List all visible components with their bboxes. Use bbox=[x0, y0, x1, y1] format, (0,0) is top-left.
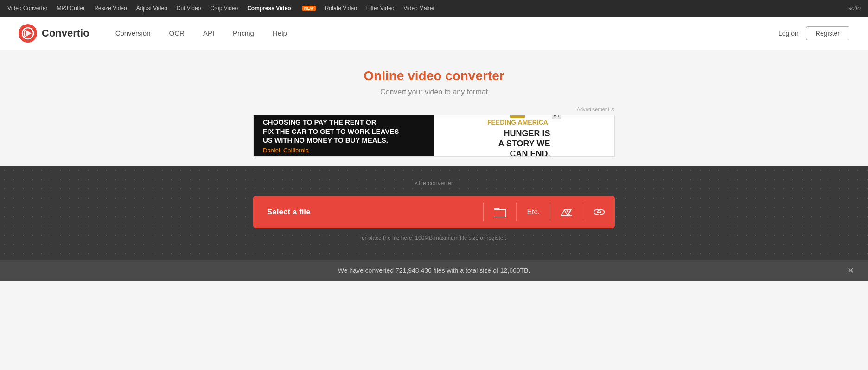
topbar-video-converter[interactable]: Video Converter bbox=[7, 5, 48, 12]
ad-right-text: HUNGER ISA STORY WECAN END. bbox=[498, 129, 550, 157]
ad-container: Advertisement ✕ CHOOSING TO PAY THE RENT… bbox=[253, 115, 615, 157]
topbar-cut-video[interactable]: Cut Video bbox=[177, 5, 201, 12]
main-nav: Conversion OCR API Pricing Help bbox=[108, 25, 779, 41]
ad-label: Advertisement ✕ bbox=[577, 107, 615, 113]
select-file-row: Select a file Etc. bbox=[253, 196, 615, 228]
topbar-video-maker[interactable]: Video Maker bbox=[403, 5, 434, 12]
converter-area: <file converter Select a file Etc. bbox=[0, 166, 868, 260]
register-button[interactable]: Register bbox=[806, 26, 849, 40]
nav-pricing[interactable]: Pricing bbox=[225, 25, 262, 41]
converter-label: <file converter bbox=[9, 180, 859, 187]
logo-text: Convertio bbox=[42, 27, 89, 39]
ad-banner: CHOOSING TO PAY THE RENT ORFIX THE CAR T… bbox=[253, 115, 615, 157]
link-button[interactable] bbox=[583, 196, 615, 228]
topbar-compress-video[interactable]: Compress Video bbox=[247, 5, 291, 12]
nav-api[interactable]: API bbox=[196, 25, 222, 41]
folder-icon bbox=[494, 207, 506, 217]
svg-rect-5 bbox=[494, 209, 506, 217]
topbar-resize-video[interactable]: Resize Video bbox=[94, 5, 127, 12]
hero-title: Online video converter bbox=[9, 69, 859, 83]
logo-icon bbox=[19, 24, 37, 43]
etc-button[interactable]: Etc. bbox=[517, 196, 550, 228]
link-icon bbox=[594, 208, 605, 216]
nav-conversion[interactable]: Conversion bbox=[108, 25, 158, 41]
new-badge: NEW bbox=[302, 6, 316, 11]
etc-label: Etc. bbox=[527, 208, 540, 216]
nav-ocr[interactable]: OCR bbox=[162, 25, 192, 41]
topbar-crop-video[interactable]: Crop Video bbox=[210, 5, 238, 12]
ad-left: CHOOSING TO PAY THE RENT ORFIX THE CAR T… bbox=[254, 115, 434, 156]
bottom-bar: We have converted 721,948,436 files with… bbox=[0, 260, 868, 281]
ad-tag: Ad bbox=[552, 115, 561, 119]
login-link[interactable]: Log on bbox=[779, 30, 798, 37]
topbar-mp3-cutter[interactable]: MP3 Cutter bbox=[57, 5, 85, 12]
ad-left-main: CHOOSING TO PAY THE RENT ORFIX THE CAR T… bbox=[263, 118, 425, 145]
topbar: Video Converter MP3 Cutter Resize Video … bbox=[0, 0, 868, 17]
feeding-america-icon: 🌾 FA bbox=[510, 115, 525, 118]
topbar-filter-video[interactable]: Filter Video bbox=[366, 5, 394, 12]
drop-hint: or place the file here. 100MB maximum fi… bbox=[253, 235, 615, 241]
header: Convertio Conversion OCR API Pricing Hel… bbox=[0, 17, 868, 50]
google-drive-icon bbox=[561, 207, 573, 218]
converter-box: Select a file Etc. bbox=[253, 196, 615, 241]
header-actions: Log on Register bbox=[779, 26, 849, 40]
topbar-adjust-video[interactable]: Adjust Video bbox=[136, 5, 167, 12]
upload-folder-button[interactable] bbox=[484, 196, 516, 228]
select-file-button[interactable]: Select a file bbox=[253, 196, 483, 228]
topbar-rotate-video[interactable]: Rotate Video bbox=[325, 5, 357, 12]
ad-right-brand: 🌾 FA FEEDING AMERICA Ad bbox=[487, 115, 561, 126]
feeding-america-text: FEEDING AMERICA bbox=[487, 119, 548, 126]
svg-rect-2 bbox=[510, 115, 525, 118]
hero-section: Online video converter Convert your vide… bbox=[0, 50, 868, 106]
bottom-bar-text: We have converted 721,948,436 files with… bbox=[338, 267, 530, 274]
bottom-bar-close-button[interactable]: ✕ bbox=[847, 265, 854, 276]
google-drive-button[interactable] bbox=[550, 196, 583, 228]
ad-left-sub: Daniel, California bbox=[263, 147, 425, 154]
logo[interactable]: Convertio bbox=[19, 24, 89, 43]
nav-help[interactable]: Help bbox=[265, 25, 294, 41]
topbar-brand: softo bbox=[849, 5, 861, 12]
hero-subtitle: Convert your video to any format bbox=[9, 88, 859, 96]
main-content: Online video converter Convert your vide… bbox=[0, 50, 868, 328]
ad-right: 🌾 FA FEEDING AMERICA Ad HUNGER ISA STORY… bbox=[434, 115, 614, 156]
